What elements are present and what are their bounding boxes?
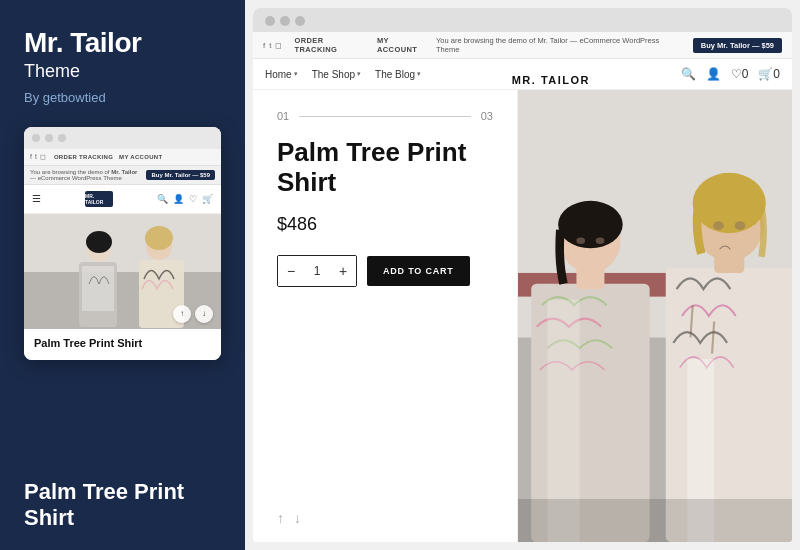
- pagination-line: [299, 116, 471, 117]
- mini-product-name: Palm Tree Print Shirt: [34, 337, 211, 350]
- mini-buy-button[interactable]: Buy Mr. Tailor — $59: [146, 170, 215, 180]
- nav-links-left: Home ▾ The Shop ▾ The Blog ▾: [265, 69, 421, 80]
- mini-dot-yellow: [45, 134, 53, 142]
- mini-main-nav: ☰ MR. TAILOR 🔍 👤 ♡ 🛒: [24, 185, 221, 214]
- svg-point-20: [596, 237, 605, 243]
- quantity-decrease-button[interactable]: −: [278, 256, 304, 286]
- mini-logo: MR. TAILOR: [85, 191, 113, 207]
- buy-button[interactable]: Buy Mr. Tailor — $59: [693, 38, 782, 53]
- instagram-icon[interactable]: ◻: [275, 41, 282, 50]
- bottom-product-overlay: Palm Tree Print Shirt: [0, 463, 245, 550]
- svg-point-28: [735, 221, 746, 230]
- product-detail-panel: 01 03 Palm Tree Print Shirt $486 − 1 + A…: [253, 90, 518, 542]
- blog-chevron-icon: ▾: [417, 70, 421, 78]
- mini-dot-red: [32, 134, 40, 142]
- next-product-button[interactable]: ↓: [294, 510, 301, 526]
- demo-notice: You are browsing the demo of Mr. Tailor …: [436, 36, 679, 54]
- mini-twitter-icon: t: [35, 153, 37, 161]
- svg-point-6: [86, 231, 112, 253]
- mini-utility-bar: f t ◻ ORDER TRACKING MY ACCOUNT: [24, 149, 221, 166]
- quantity-control: − 1 +: [277, 255, 357, 287]
- nav-blog-link[interactable]: The Blog ▾: [375, 69, 421, 80]
- left-panel: Mr. Tailor Theme By getbowtied f t ◻ ORD…: [0, 0, 245, 550]
- mini-nav-arrows: ↑ ↓: [173, 305, 213, 323]
- mini-next-button[interactable]: ↓: [195, 305, 213, 323]
- product-name: Palm Tree Print Shirt: [277, 138, 493, 198]
- mini-my-account-link[interactable]: MY ACCOUNT: [119, 154, 162, 160]
- shop-chevron-icon: ▾: [357, 70, 361, 78]
- utility-bar: f t ◻ ORDER TRACKING MY ACCOUNT You are …: [253, 32, 792, 59]
- twitter-icon[interactable]: t: [269, 41, 271, 50]
- my-account-link[interactable]: MY ACCOUNT: [377, 36, 430, 54]
- right-panel: f t ◻ ORDER TRACKING MY ACCOUNT You are …: [245, 0, 800, 550]
- cart-icon[interactable]: 🛒0: [758, 67, 780, 81]
- mini-prev-button[interactable]: ↑: [173, 305, 191, 323]
- mini-nav-links: ORDER TRACKING MY ACCOUNT: [54, 154, 163, 160]
- brand-name: Mr. Tailor: [24, 28, 221, 59]
- browser-dot-1: [265, 16, 275, 26]
- main-nav: Home ▾ The Shop ▾ The Blog ▾ MR. TAILOR …: [253, 59, 792, 90]
- nav-shop-link[interactable]: The Shop ▾: [312, 69, 361, 80]
- brand-by: By getbowtied: [24, 90, 221, 105]
- svg-rect-7: [82, 266, 114, 311]
- browser-dot-3: [295, 16, 305, 26]
- utility-links: ORDER TRACKING MY ACCOUNT: [294, 36, 430, 54]
- add-to-cart-row: − 1 + ADD TO CART: [277, 255, 493, 287]
- order-tracking-link[interactable]: ORDER TRACKING: [294, 36, 366, 54]
- mini-demo-text: You are browsing the demo of Mr. Tailor …: [30, 169, 142, 181]
- mini-product-image: ↑ ↓: [24, 214, 221, 329]
- mini-instagram-icon: ◻: [40, 153, 46, 161]
- mini-product-info: Palm Tree Print Shirt: [24, 329, 221, 360]
- bottom-product-name: Palm Tree Print Shirt: [24, 479, 221, 530]
- mini-demo-bar: You are browsing the demo of Mr. Tailor …: [24, 166, 221, 185]
- mini-search-icon[interactable]: 🔍: [157, 194, 168, 204]
- nav-icons-right: 🔍 👤 ♡0 🛒0: [681, 67, 780, 81]
- add-to-cart-button[interactable]: ADD TO CART: [367, 256, 470, 286]
- mini-browser-titlebar: [24, 127, 221, 149]
- browser-dot-2: [280, 16, 290, 26]
- search-icon[interactable]: 🔍: [681, 67, 696, 81]
- social-icons: f t ◻: [263, 41, 282, 50]
- mini-cart-icon[interactable]: 🛒: [202, 194, 213, 204]
- product-area: 01 03 Palm Tree Print Shirt $486 − 1 + A…: [253, 90, 792, 542]
- mini-order-tracking-link[interactable]: ORDER TRACKING: [54, 154, 113, 160]
- browser-titlebar: [265, 16, 780, 26]
- site-logo: MR. TAILOR: [512, 74, 590, 86]
- product-image-area: [518, 90, 792, 542]
- nav-home-link[interactable]: Home ▾: [265, 69, 298, 80]
- svg-point-10: [145, 226, 173, 250]
- svg-point-27: [713, 221, 724, 230]
- mini-wishlist-icon[interactable]: ♡: [189, 194, 197, 204]
- mini-hamburger-icon[interactable]: ☰: [32, 193, 41, 204]
- product-price: $486: [277, 214, 493, 235]
- page-total: 03: [481, 110, 493, 122]
- mini-social-icons: f t ◻: [30, 153, 46, 161]
- svg-point-19: [576, 237, 585, 243]
- account-icon[interactable]: 👤: [706, 67, 721, 81]
- svg-rect-29: [518, 499, 792, 542]
- facebook-icon[interactable]: f: [263, 41, 265, 50]
- quantity-increase-button[interactable]: +: [330, 256, 356, 286]
- quantity-value: 1: [304, 264, 330, 278]
- home-chevron-icon: ▾: [294, 70, 298, 78]
- svg-point-18: [558, 201, 623, 248]
- browser-content: f t ◻ ORDER TRACKING MY ACCOUNT You are …: [253, 32, 792, 542]
- mini-browser-window: f t ◻ ORDER TRACKING MY ACCOUNT You are …: [24, 127, 221, 360]
- browser-chrome: [253, 8, 792, 32]
- wishlist-icon[interactable]: ♡0: [731, 67, 749, 81]
- mini-dot-green: [58, 134, 66, 142]
- product-nav-arrows: ↑ ↓: [277, 510, 493, 526]
- mini-facebook-icon: f: [30, 153, 32, 161]
- page-current: 01: [277, 110, 289, 122]
- prev-product-button[interactable]: ↑: [277, 510, 284, 526]
- mini-nav-icons: 🔍 👤 ♡ 🛒: [157, 194, 213, 204]
- brand-subtitle: Theme: [24, 61, 221, 82]
- product-pagination: 01 03: [277, 110, 493, 122]
- svg-point-26: [693, 173, 766, 233]
- mini-user-icon[interactable]: 👤: [173, 194, 184, 204]
- svg-rect-2: [24, 214, 221, 272]
